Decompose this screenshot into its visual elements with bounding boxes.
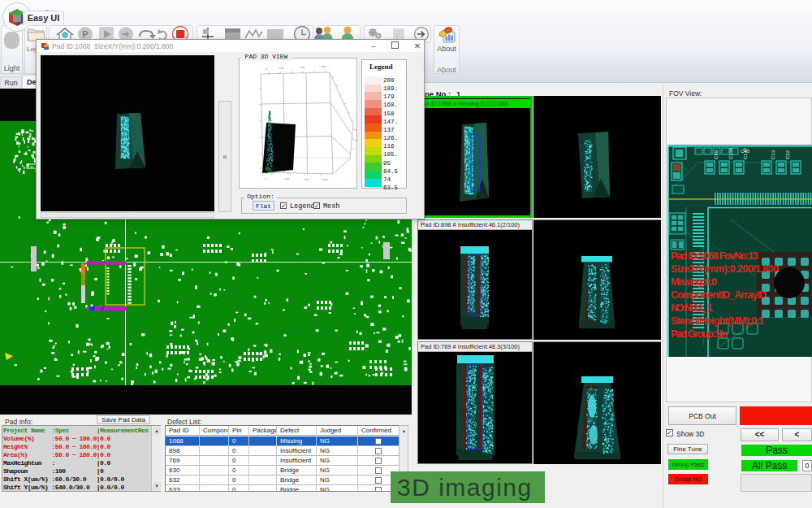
svg-text:50: 50	[355, 128, 356, 132]
svg-text:100: 100	[279, 67, 283, 70]
svg-text:SizeX/Y(mm):0.200/1.800: SizeX/Y(mm):0.200/1.800	[671, 263, 779, 275]
svg-text:StencilHeight(MM):0.1: StencilHeight(MM):0.1	[671, 315, 764, 327]
svg-text:25: 25	[354, 139, 356, 142]
svg-text:200: 200	[300, 66, 304, 69]
svg-text:Missing:0.0: Missing:0.0	[671, 276, 717, 288]
svg-text:P: P	[82, 29, 88, 39]
svg-text:0: 0	[266, 67, 267, 71]
svg-text:C49: C49	[714, 150, 719, 159]
svg-text:Pad Group:1fn: Pad Group:1fn	[671, 328, 728, 340]
svg-text:100: 100	[284, 177, 289, 180]
svg-text:Pad ID:1068 FovNo:13: Pad ID:1068 FovNo:13	[671, 250, 758, 262]
svg-text:C13: C13	[771, 150, 775, 159]
svg-text:0: 0	[265, 177, 266, 180]
svg-text:C133: C133	[728, 147, 733, 159]
svg-text:C22: C22	[785, 150, 790, 159]
svg-text:NO :NULL_1: NO :NULL_1	[671, 302, 713, 314]
svg-text:300: 300	[322, 178, 327, 181]
svg-text:300: 300	[321, 65, 326, 68]
svg-text:C45: C45	[741, 149, 750, 154]
svg-text:200: 200	[304, 178, 309, 181]
svg-text:ComponentID_ArrayID: ComponentID_ArrayID	[671, 289, 767, 301]
